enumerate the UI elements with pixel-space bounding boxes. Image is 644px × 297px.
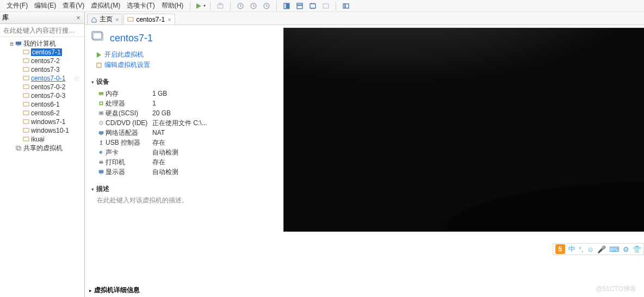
tree-item-windows7-1[interactable]: windows7-1	[1, 117, 83, 126]
play-button[interactable]: ▾	[194, 1, 206, 11]
tree-item-centos6-1[interactable]: centos6-1	[1, 100, 83, 109]
device-row[interactable]: 处理器1	[97, 98, 271, 108]
close-sidebar-button[interactable]: ×	[75, 14, 82, 22]
svg-rect-10	[323, 4, 329, 8]
tab-vm-active[interactable]: centos7-1 ×	[123, 14, 175, 24]
menu-tabs[interactable]: 选项卡(T)	[123, 0, 158, 11]
device-row[interactable]: 显示器自动检测	[97, 167, 271, 177]
menu-file[interactable]: 文件(F)	[3, 0, 31, 11]
star-icon[interactable]: ☆	[73, 75, 82, 83]
sidebar-header: 库 ×	[0, 12, 84, 24]
clock1-icon[interactable]	[234, 1, 246, 11]
tree-item-centos6-2[interactable]: centos6-2	[1, 109, 83, 117]
device-row[interactable]: USB 控制器存在	[97, 138, 271, 147]
svg-rect-17	[23, 59, 29, 63]
tree-item-centos7-0-2[interactable]: centos7-0-2	[1, 83, 83, 91]
vm-icon	[22, 109, 30, 117]
device-row[interactable]: 网络适配器NAT	[97, 128, 271, 138]
vm-icon	[22, 83, 30, 91]
section-devices[interactable]: ▾设备	[91, 77, 271, 86]
menu-view[interactable]: 查看(V)	[59, 0, 88, 11]
device-row[interactable]: 内存1 GB	[97, 89, 271, 98]
device-row[interactable]: 打印机存在	[97, 157, 271, 167]
svg-rect-43	[100, 160, 102, 162]
sidebar: 库 × ▾ ⊟ 我的计算机 centos7-1 centos7-2 centos…	[0, 12, 85, 297]
unity-icon[interactable]	[320, 1, 332, 11]
device-row[interactable]: CD/DVD (IDE)正在使用文件 C:\...	[97, 118, 271, 128]
edit-settings-link[interactable]: 编辑虚拟机设置	[96, 60, 271, 70]
tree-root-mycomputer[interactable]: ⊟ 我的计算机	[1, 39, 83, 48]
memory-icon	[97, 90, 106, 97]
search-input[interactable]	[3, 27, 85, 34]
tree-item-centos7-2[interactable]: centos7-2	[1, 57, 83, 65]
computer-icon	[15, 40, 22, 47]
device-row[interactable]: 声卡自动检测	[97, 147, 271, 157]
vm-tree: ⊟ 我的计算机 centos7-1 centos7-2 centos7-3 ce…	[0, 37, 84, 297]
device-name: 处理器	[106, 99, 152, 108]
menu-vm[interactable]: 虚拟机(M)	[88, 0, 123, 11]
tree-item-centos7-1[interactable]: centos7-1	[1, 48, 83, 57]
svg-rect-45	[100, 174, 102, 174]
ime-emoji-icon[interactable]: ☺	[587, 245, 594, 253]
device-row[interactable]: 硬盘(SCSI)20 GB	[97, 108, 271, 118]
main-panel: 主页 × centos7-1 × centos7-1 开启此虚拟机	[85, 12, 644, 297]
svg-rect-23	[23, 111, 29, 115]
ime-skin-icon[interactable]: 👕	[633, 245, 641, 253]
tree-item-ikuai[interactable]: ikuai	[1, 135, 83, 144]
vm-icon	[22, 118, 30, 126]
fullscreen-icon[interactable]	[307, 1, 319, 11]
vm-screen-preview[interactable]	[283, 28, 644, 232]
ime-punct-icon[interactable]: °,	[579, 245, 584, 253]
library-icon[interactable]	[340, 1, 352, 11]
home-icon	[91, 16, 98, 23]
menu-edit[interactable]: 编辑(E)	[31, 0, 59, 11]
layout1-icon[interactable]	[281, 1, 293, 11]
vm-large-icon	[91, 30, 107, 46]
ime-badge[interactable]: 5	[555, 244, 565, 254]
svg-rect-24	[23, 120, 29, 123]
section-vm-details[interactable]: ▸虚拟机详细信息	[85, 286, 140, 295]
vm-icon	[22, 127, 30, 134]
power-on-link[interactable]: 开启此虚拟机	[96, 50, 271, 59]
vm-tab-icon	[127, 16, 134, 23]
device-name: CD/DVD (IDE)	[106, 119, 152, 127]
ime-settings-icon[interactable]: ⚙	[623, 245, 629, 253]
device-value: 存在	[152, 158, 165, 167]
device-name: 内存	[106, 89, 152, 98]
search-box[interactable]: ▾	[0, 24, 84, 37]
clock3-icon[interactable]	[261, 1, 273, 11]
svg-rect-26	[23, 137, 29, 141]
layout2-icon[interactable]	[294, 1, 306, 11]
tree-item-centos7-0-1[interactable]: centos7-0-1☆	[1, 74, 83, 83]
tab-home[interactable]: 主页 ×	[87, 14, 122, 24]
svg-rect-41	[100, 134, 102, 135]
svg-rect-27	[16, 146, 20, 150]
close-tab-icon[interactable]: ×	[168, 16, 171, 23]
clock2-icon[interactable]	[247, 1, 259, 11]
tree-item-centos7-3[interactable]: centos7-3	[1, 65, 83, 74]
ime-lang[interactable]: 中	[568, 244, 575, 254]
printer-icon	[97, 158, 106, 166]
tree-item-centos7-0-3[interactable]: centos7-0-3	[1, 91, 83, 100]
tab-bar: 主页 × centos7-1 ×	[85, 12, 644, 25]
display-icon	[97, 168, 106, 176]
device-name: 网络适配器	[106, 128, 152, 138]
snapshot-icon[interactable]	[214, 1, 226, 11]
close-tab-icon[interactable]: ×	[115, 16, 119, 23]
watermark: @51CTO博客	[596, 284, 636, 294]
tree-item-windows10-1[interactable]: windows10-1	[1, 126, 83, 135]
tree-shared-vms[interactable]: 共享的虚拟机	[1, 144, 83, 152]
device-value: NAT	[152, 129, 165, 137]
menu-help[interactable]: 帮助(H)	[158, 0, 187, 11]
svg-rect-33	[99, 92, 104, 94]
usb-icon	[97, 139, 106, 146]
svg-rect-28	[17, 147, 21, 150]
device-name: 显示器	[106, 168, 152, 177]
section-description[interactable]: ▾描述	[91, 184, 271, 194]
ime-keyboard-icon[interactable]: ⌨	[609, 245, 620, 253]
svg-rect-9	[310, 4, 315, 8]
ime-mic-icon[interactable]: 🎤	[597, 245, 606, 253]
ime-toolbar[interactable]: 5 中 °, ☺ 🎤 ⌨ ⚙ 👕	[553, 243, 644, 255]
svg-rect-18	[23, 67, 29, 71]
description-placeholder[interactable]: 在此处键入对该虚拟机的描述。	[97, 196, 271, 205]
